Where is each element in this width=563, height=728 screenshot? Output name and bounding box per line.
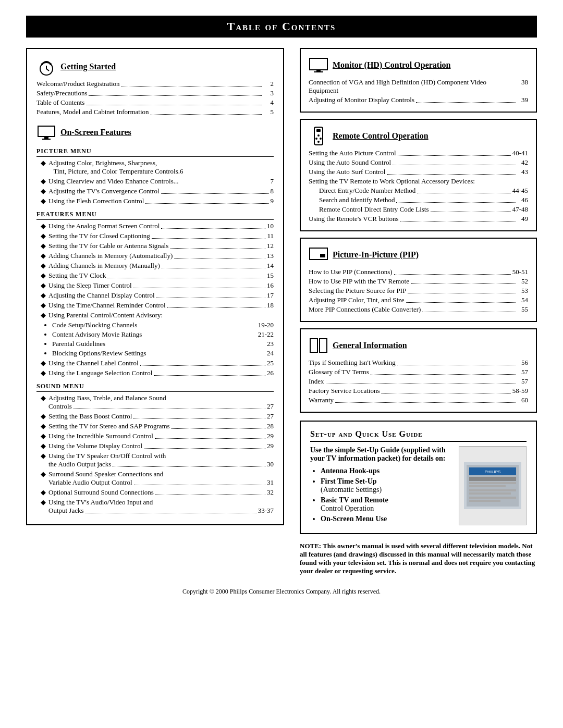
setup-bullet-item: On-Screen Menu Use (321, 515, 454, 523)
svg-rect-5 (38, 126, 55, 137)
note-box: NOTE: This owner's manual is used with s… (300, 542, 537, 575)
sound-menu-item: ◆ Using the Volume Display Control 29 (36, 442, 274, 450)
svg-rect-32 (469, 500, 500, 502)
toc-entry: Selecting the Picture Source for PIP 53 (309, 287, 528, 295)
toc-entry: Connection of VGA and High Definition (H… (309, 78, 528, 95)
sound-menu-item: ◆ Adjusting Bass, Treble, and Balance So… (36, 394, 274, 411)
svg-point-16 (317, 141, 320, 143)
toc-entry: Setting the Auto Picture Control 40-41 (309, 149, 528, 157)
svg-rect-29 (469, 489, 516, 491)
svg-rect-19 (310, 339, 317, 352)
pip-title: Picture-In-Picture (PIP) (333, 250, 419, 260)
toc-entry: Glossary of TV Terms 57 (309, 368, 528, 376)
remote-header: Remote Control Operation (309, 126, 528, 146)
toc-entry: Search and Identify Method 46 (319, 196, 528, 204)
sound-menu-item: ◆ Setting the TV for Stereo and SAP Prog… (36, 422, 274, 430)
sound-menu-item: ◆ Setting the Bass Boost Control 27 (36, 412, 274, 421)
remote-section: Remote Control Operation Setting the Aut… (300, 119, 537, 231)
svg-rect-27 (469, 482, 516, 484)
bullet-item: Parental Guidelines 23 (52, 340, 274, 348)
clock-icon (36, 57, 56, 77)
sound-menu-item: ◆ Using the TV's Audio/Video Input and O… (36, 498, 274, 515)
svg-rect-12 (316, 129, 321, 132)
remote-title: Remote Control Operation (333, 131, 429, 141)
picture-menu-title: Picture Menu (36, 147, 274, 157)
features-menu-item: ◆ Using the Analog Format Screen Control… (36, 222, 274, 230)
svg-rect-9 (316, 70, 321, 71)
svg-rect-8 (310, 58, 327, 70)
svg-rect-26 (469, 477, 516, 481)
general-info-title: General Information (333, 341, 407, 350)
setup-title: Set-up and Quick Use Guide (310, 429, 527, 442)
sound-menu-item: ◆ Optional Surround Sound Connections 32 (36, 488, 274, 497)
toc-entry: Tips if Something Isn't Working 56 (309, 359, 528, 367)
features-menu-item: ◆ Setting the TV for Cable or Antenna Si… (36, 242, 274, 250)
toc-entry: Direct Entry/Code Number Method 44-45 (319, 187, 528, 195)
setup-section: Set-up and Quick Use Guide Use the simpl… (300, 421, 537, 534)
picture-menu-item: ◆ Using Clearview and Video Enhance Cont… (36, 177, 274, 186)
features-menu-item: ◆ Using the Language Selection Control 2… (36, 369, 274, 377)
toc-entry: Using the Auto Surf Control 43 (309, 168, 528, 176)
sound-menu-item: ◆ Using the Incredible Surround Control … (36, 432, 274, 440)
svg-point-15 (320, 138, 322, 140)
right-column: Monitor (HD) Control Operation Connectio… (300, 48, 537, 577)
toc-entry: Safety/Precautions 3 (36, 89, 274, 97)
book-icon (309, 336, 328, 355)
general-info-header: General Information (309, 336, 528, 355)
svg-rect-20 (320, 339, 327, 352)
pip-header: Picture-In-Picture (PIP) (309, 245, 528, 265)
picture-menu-item: ◆ Adjusting Color, Brightness, Sharpness… (36, 159, 274, 176)
getting-started-title: Getting Started (60, 62, 116, 71)
svg-rect-30 (469, 492, 511, 495)
svg-point-14 (315, 138, 317, 140)
parental-subitems: Code Setup/Blocking Channels 19-20 Conte… (36, 321, 274, 357)
svg-line-2 (46, 69, 49, 71)
sound-menu-item: ◆ Surround Sound Speaker Connections and… (36, 470, 274, 487)
monitor-title: Monitor (HD) Control Operation (333, 60, 451, 70)
copyright-text: Copyright © 2000 Philips Consumer Electr… (26, 588, 537, 596)
monitor-section: Monitor (HD) Control Operation Connectio… (300, 48, 537, 113)
page-title-bar: Table of Contents (26, 16, 537, 38)
features-menu-item: ◆ Using the Sleep Timer Control 16 (36, 281, 274, 290)
setup-text: Use the simple Set-Up Guide (supplied wi… (310, 446, 454, 525)
features-menu-item: ◆ Using Parental Control/Content Advisor… (36, 311, 274, 319)
page-title: Table of Contents (36, 20, 527, 33)
features-menu-item: ◆ Using the Time/Channel Reminder Contro… (36, 301, 274, 310)
setup-intro: Use the simple Set-Up Guide (supplied wi… (310, 446, 454, 463)
setup-bullets: Antenna Hook-ups First Time Set-Up(Autom… (310, 467, 454, 523)
getting-started-header: Getting Started (36, 57, 274, 77)
toc-entry: How to Use PIP with the TV Remote 52 (309, 277, 528, 286)
setup-content: Use the simple Set-Up Guide (supplied wi… (310, 446, 527, 525)
bullet-item: Content Advisory Movie Ratings 21-22 (52, 330, 274, 339)
svg-rect-28 (469, 485, 506, 487)
remote-icon (309, 126, 328, 146)
setup-guide-image: PHILIPS (459, 446, 527, 525)
on-screen-features-section: On-Screen Features Picture Menu ◆ Adjust… (36, 122, 274, 515)
pip-section: Picture-In-Picture (PIP) How to Use PIP … (300, 238, 537, 322)
features-menu-item: ◆ Adding Channels in Memory (Manually) 1… (36, 262, 274, 270)
toc-entry: Adjusting of Monitor Display Controls 39 (309, 96, 528, 104)
screen-icon (36, 122, 56, 142)
toc-entry: Warranty 60 (309, 396, 528, 404)
features-menu-item: ◆ Adding Channels in Memory (Automatical… (36, 252, 274, 260)
getting-started-entries: Welcome/Product Registration 2 Safety/Pr… (36, 80, 274, 116)
toc-entry: Using the Remote's VCR buttons 49 (309, 215, 528, 223)
features-menu-item: ◆ Setting the TV Clock 15 (36, 272, 274, 280)
svg-point-3 (41, 63, 43, 65)
monitor-header: Monitor (HD) Control Operation (309, 55, 528, 75)
toc-entry: Features, Model and Cabinet Information … (36, 108, 274, 116)
toc-entry: Index 57 (309, 377, 528, 386)
svg-rect-6 (44, 137, 48, 139)
setup-bullet-item: Basic TV and RemoteControl Operation (321, 496, 454, 513)
toc-entry: Table of Contents 4 (36, 98, 274, 107)
svg-rect-10 (314, 71, 323, 72)
svg-rect-7 (42, 139, 51, 140)
toc-entry: Adjusting PIP Color, Tint, and Size 54 (309, 296, 528, 304)
features-menu-item: ◆ Using the Channel Label Control 25 (36, 359, 274, 367)
on-screen-features-header: On-Screen Features (36, 122, 274, 142)
sound-menu-title: Sound Menu (36, 382, 274, 392)
svg-text:PHILIPS: PHILIPS (485, 470, 501, 474)
remote-subitems: Direct Entry/Code Number Method 44-45 Se… (309, 187, 528, 214)
setup-bullet-item: First Time Set-Up(Automatic Settings) (321, 477, 454, 494)
picture-menu-item: ◆ Using the Flesh Correction Control 9 (36, 197, 274, 205)
